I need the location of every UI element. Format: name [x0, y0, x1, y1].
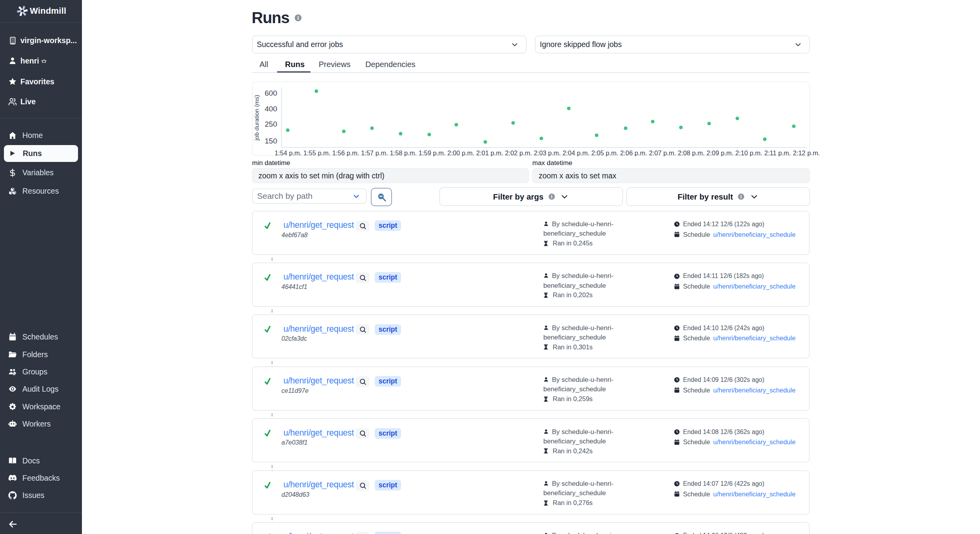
- svg-text:250: 250: [265, 120, 277, 128]
- svg-text:600: 600: [265, 89, 277, 97]
- svg-text:job duration (ms): job duration (ms): [253, 95, 260, 141]
- svg-text:400: 400: [265, 105, 277, 113]
- svg-text:150: 150: [265, 137, 277, 145]
